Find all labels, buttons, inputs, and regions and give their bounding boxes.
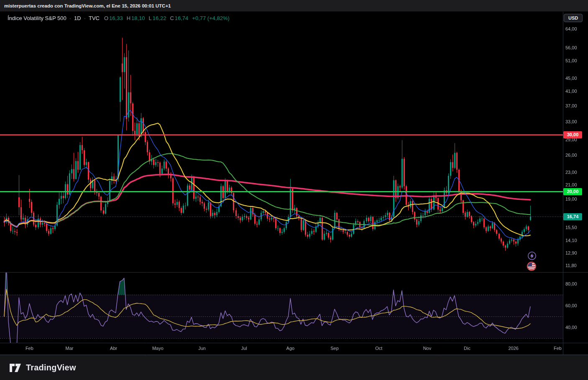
price-tick: 64,00: [565, 26, 577, 32]
price-tick: 19,00: [565, 196, 577, 202]
time-axis-label[interactable]: Dic: [464, 346, 470, 351]
time-axis-label[interactable]: Feb: [554, 346, 562, 351]
time-axis-label[interactable]: 2026: [508, 346, 518, 351]
close-label: C: [170, 15, 174, 21]
price-tick: 14,10: [565, 237, 577, 243]
high-label: H: [127, 15, 130, 21]
currency-usd-button[interactable]: USD: [564, 14, 583, 22]
time-axis-label[interactable]: Jun: [198, 346, 206, 351]
time-axis-label[interactable]: Oct: [375, 346, 382, 351]
price-tick: 56,00: [565, 45, 577, 51]
attribution-text: misterpuertas creado con TradingView.com…: [4, 3, 171, 8]
tradingview-logo[interactable]: TradingView: [9, 363, 76, 372]
oscillator-tick: 40,00: [565, 324, 577, 330]
oscillator-tick: 60,00: [565, 303, 577, 309]
change-value: +0,77 (+4,82%): [192, 15, 230, 21]
price-tick: 51,00: [565, 58, 577, 64]
time-axis-label[interactable]: Nov: [423, 346, 432, 351]
us-economic-events-icon[interactable]: [527, 262, 536, 271]
flag-canton: [528, 263, 532, 266]
price-tick: 37,00: [565, 103, 577, 109]
time-axis-label[interactable]: Abr: [110, 346, 117, 351]
legend-separator: ·: [84, 15, 86, 21]
exchange-label: TVC: [89, 15, 100, 21]
price-tick: 12,90: [565, 250, 577, 256]
price-tick: 23,00: [565, 169, 577, 175]
lightning-events-icon[interactable]: [527, 251, 537, 260]
price-tick: 21,00: [565, 182, 577, 188]
low-label: L: [149, 15, 152, 21]
interval-label[interactable]: 1D: [74, 15, 81, 21]
price-chart-canvas[interactable]: [0, 0, 588, 380]
price-tick: 45,00: [565, 75, 577, 81]
oscillator-tick: 80,00: [565, 281, 577, 287]
last-price-badge: 16,74: [563, 213, 582, 220]
time-axis-label[interactable]: Jul: [241, 346, 247, 351]
open-label: O: [104, 15, 108, 21]
us-flag-icon: [527, 262, 536, 271]
ohlc-values: O 16,33 H 18,10 L 16,22 C 16,74 +0,77 (+…: [104, 15, 230, 21]
price-tick: 33,00: [565, 119, 577, 125]
attribution-bar: misterpuertas creado con TradingView.com…: [0, 0, 588, 12]
time-axis[interactable]: [0, 343, 563, 354]
time-axis-label[interactable]: Feb: [26, 346, 33, 351]
tradingview-chart-window: { "meta": { "attribution": "misterpuerta…: [0, 0, 588, 380]
price-tick: 15,50: [565, 224, 577, 230]
footer-bar: TradingView: [0, 355, 588, 380]
price-tick: 26,00: [565, 152, 577, 158]
price-tick: 11,80: [565, 263, 577, 268]
high-value: 18,10: [131, 15, 145, 21]
price-level-badge[interactable]: 20,00: [563, 188, 582, 195]
time-axis-label[interactable]: Sep: [330, 346, 339, 351]
time-axis-label[interactable]: Ago: [286, 346, 295, 351]
close-value: 16,74: [175, 15, 189, 21]
tradingview-logo-icon: [9, 363, 22, 372]
lightning-icon: [527, 251, 537, 260]
time-axis-label[interactable]: Mar: [66, 346, 74, 351]
price-level-badge[interactable]: 30,00: [563, 131, 582, 138]
legend-separator: ·: [69, 15, 71, 21]
low-value: 16,22: [153, 15, 166, 21]
time-axis-label[interactable]: Mayo: [152, 346, 164, 351]
symbol-title[interactable]: Índice Volatility S&P 500: [8, 15, 66, 21]
price-tick: 41,00: [565, 88, 577, 94]
brand-name: TradingView: [26, 363, 76, 372]
open-value: 16,33: [109, 15, 123, 21]
symbol-legend[interactable]: Índice Volatility S&P 500 · 1D · TVC O 1…: [8, 15, 230, 21]
